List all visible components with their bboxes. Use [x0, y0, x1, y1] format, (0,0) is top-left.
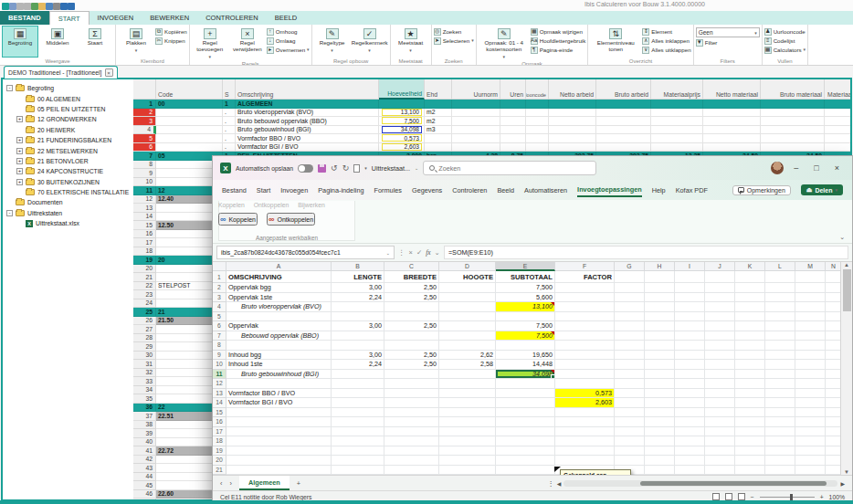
row-header-10[interactable]: 10 — [213, 360, 226, 370]
cell-J17[interactable] — [705, 427, 735, 437]
grid-cell[interactable] — [526, 134, 549, 143]
workbook-name[interactable]: Uittrekstaat... — [372, 164, 410, 173]
row-header-19[interactable]: 19 — [213, 446, 226, 457]
cell-E8[interactable] — [496, 341, 555, 351]
grid-row-number[interactable]: 41 — [133, 446, 156, 456]
sheet-tab-algemeen[interactable]: Algemeen — [239, 476, 290, 490]
cell-B3[interactable]: 2,24 — [332, 293, 384, 303]
column-header-omschrijving[interactable]: Omschrijving — [236, 79, 379, 100]
table-icon[interactable] — [46, 3, 53, 10]
cell-D1[interactable]: HOOGTE — [439, 271, 496, 283]
grid-cell[interactable]: m2 — [425, 117, 452, 126]
cell-D6[interactable] — [439, 321, 496, 331]
cell-M18[interactable] — [795, 436, 826, 446]
grid-cell[interactable]: . — [223, 134, 236, 143]
grid-row-number[interactable]: 18 — [133, 247, 156, 257]
cell-K20[interactable] — [735, 456, 765, 466]
cell-I1[interactable] — [675, 271, 705, 283]
cell-G15[interactable] — [615, 408, 645, 418]
redo-icon[interactable]: ↻ — [342, 164, 350, 173]
name-box[interactable]: ibis_2ca87b0824dc43678c055d054fcec7c1 ⌄ — [216, 246, 395, 259]
column-header-materiaalprijs[interactable]: Materiaalprijs — [651, 79, 703, 100]
cell-H17[interactable] — [645, 427, 675, 437]
vertical-scrollbar[interactable]: ▲▼ — [840, 262, 852, 475]
column-header-E[interactable]: E — [496, 262, 555, 271]
cell-B5[interactable] — [332, 312, 384, 322]
more-options-icon[interactable]: ⋮ — [398, 248, 405, 257]
button-regel-verwijderen[interactable]: ×Regel verwijderen — [229, 26, 266, 60]
tab-bewerken[interactable]: BEWERKEN — [142, 11, 197, 25]
cell-H11[interactable] — [645, 370, 675, 380]
excel-tab-bestand[interactable]: Bestand — [222, 184, 247, 196]
grid-row-number[interactable]: 4 — [133, 126, 156, 135]
button-alles-uitklappen[interactable]: ∨Alles uitklappen — [642, 46, 690, 54]
cell-M17[interactable] — [795, 427, 826, 437]
cell-J6[interactable] — [705, 321, 735, 331]
cell-M6[interactable] — [795, 321, 826, 331]
grid-row-number[interactable]: 46 — [133, 490, 156, 499]
grid-cell[interactable] — [379, 100, 425, 109]
column-header-s[interactable]: S — [223, 79, 236, 100]
cell-L2[interactable] — [765, 283, 795, 293]
cell-B18[interactable] — [332, 436, 384, 446]
grid-cell[interactable]: 0,573 — [379, 134, 425, 143]
maximize-button[interactable]: □ — [808, 163, 824, 173]
cell-C7[interactable] — [384, 331, 439, 341]
cell-C8[interactable] — [384, 341, 439, 351]
cell-J11[interactable] — [705, 370, 735, 380]
cell-F16[interactable] — [555, 417, 615, 427]
button-regeltype[interactable]: ✎Regeltype▾ — [314, 26, 351, 58]
grid-cell[interactable]: Vormfactor BBO / BVO — [236, 134, 379, 143]
cell-F6[interactable] — [555, 321, 615, 331]
zoom-out-icon[interactable]: − — [751, 494, 754, 500]
preview-icon[interactable] — [53, 3, 60, 10]
row-header-3[interactable]: 3 — [213, 293, 226, 303]
cell-D12[interactable] — [439, 379, 496, 389]
cell-I2[interactable] — [675, 283, 705, 293]
minimize-button[interactable]: – — [788, 163, 804, 173]
grid-row-number[interactable]: 38 — [133, 421, 156, 430]
grid-cell[interactable] — [825, 109, 850, 118]
button-begroting[interactable]: ▦Begroting — [2, 26, 38, 58]
grid-cell[interactable] — [500, 109, 526, 118]
row-header-11[interactable]: 11 — [213, 370, 226, 380]
button-calculators[interactable]: ▦Calculators▾ — [764, 46, 806, 54]
cell-L15[interactable] — [765, 408, 795, 418]
cell-A20[interactable] — [226, 456, 332, 466]
button-zoeken[interactable]: ◎Zoeken — [434, 27, 474, 36]
column-header-C[interactable]: C — [384, 262, 439, 271]
grid-cell[interactable] — [596, 143, 651, 152]
chevron-down-icon[interactable]: ▾ — [364, 165, 367, 171]
cell-K3[interactable] — [735, 293, 765, 303]
cell-J15[interactable] — [705, 408, 735, 418]
cell-J12[interactable] — [705, 379, 735, 389]
folder-icon[interactable] — [38, 3, 46, 10]
cell-A14[interactable]: Vormfactor BGI / BVO — [226, 398, 332, 408]
column-header-B[interactable]: B — [332, 262, 384, 271]
cell-G16[interactable] — [615, 417, 645, 427]
grid-cell[interactable] — [825, 126, 850, 135]
expander-icon[interactable]: + — [16, 116, 23, 122]
cell-L12[interactable] — [765, 379, 795, 389]
cell-K18[interactable] — [735, 436, 765, 446]
zoom-in-icon[interactable]: + — [820, 494, 824, 500]
search-input[interactable]: Zoeken — [423, 161, 596, 175]
cell-B21[interactable] — [332, 466, 384, 476]
row-header-7[interactable]: 7 — [213, 331, 226, 341]
row-header-20[interactable]: 20 — [213, 456, 226, 466]
cell-E3[interactable]: 5,600 — [496, 293, 555, 303]
cell-M21[interactable] — [795, 466, 826, 476]
grid-cell[interactable] — [761, 100, 825, 109]
cell-J19[interactable] — [705, 446, 735, 457]
cell-J8[interactable] — [705, 341, 735, 351]
excel-tab-invoegen[interactable]: Invoegen — [280, 184, 308, 196]
grid-row-number[interactable]: 3 — [133, 117, 156, 126]
cell-D21[interactable] — [439, 466, 496, 476]
scroll-right-icon[interactable]: ▶ — [840, 480, 845, 487]
cell-L14[interactable] — [765, 398, 795, 408]
button-omhoog[interactable]: ↑Omhoog — [267, 27, 310, 36]
grid-row-number[interactable]: 42 — [133, 456, 156, 465]
cell-C15[interactable] — [384, 408, 439, 418]
grid-cell[interactable] — [156, 126, 223, 135]
filter-select[interactable]: Geen▾ — [696, 27, 760, 37]
